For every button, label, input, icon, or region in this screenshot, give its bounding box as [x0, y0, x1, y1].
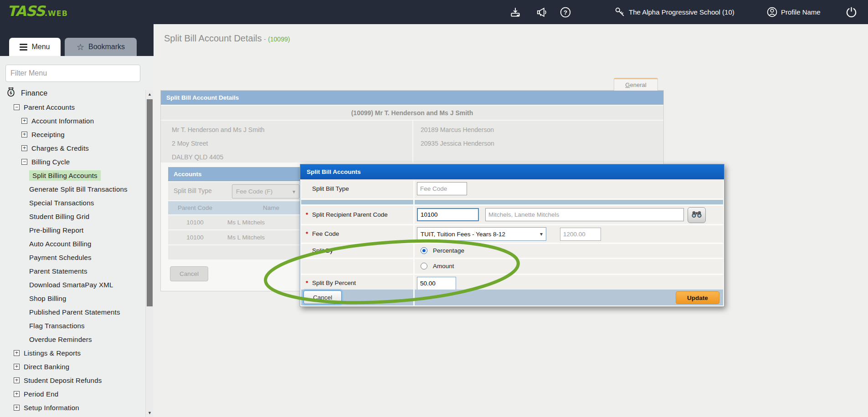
- expand-icon[interactable]: +: [14, 364, 20, 370]
- page-title-code: (10099): [268, 36, 290, 43]
- page-title: Split Bill Account Details - (10099): [164, 33, 290, 44]
- sidebar-item-setup-information[interactable]: +Setup Information: [0, 401, 145, 414]
- cancel-button-disabled[interactable]: Cancel: [170, 266, 208, 281]
- sidebar-item-label: Auto Account Billing: [29, 240, 92, 248]
- chevron-down-icon: ▾: [293, 188, 295, 195]
- required-icon: *: [306, 280, 308, 286]
- svg-text:$: $: [10, 91, 12, 95]
- announcements-button[interactable]: [536, 0, 548, 24]
- modal-split-bill-type-input[interactable]: [417, 182, 467, 195]
- split-by-percent-input[interactable]: [417, 277, 456, 290]
- expand-icon[interactable]: +: [14, 405, 20, 411]
- split-bill-type-select-disabled[interactable]: Fee Code (F) ▾: [232, 184, 299, 198]
- dialog-title-bar[interactable]: Split Bill Accounts: [300, 164, 724, 179]
- modal-split-bill-type-label: Split Bill Type: [312, 185, 349, 192]
- help-button[interactable]: ?: [560, 0, 571, 24]
- radio-option-percentage[interactable]: Percentage: [421, 247, 464, 254]
- address-line: 2 Moy Street: [172, 137, 412, 150]
- sidebar-item-label: Listings & Reports: [24, 349, 81, 357]
- radio-selected-icon: [421, 247, 427, 254]
- tab-bookmarks[interactable]: ☆ Bookmarks: [65, 38, 137, 56]
- required-icon: *: [306, 230, 308, 237]
- sidebar-item-download-smartapay-xml[interactable]: Download SmartaPay XML: [0, 278, 145, 291]
- address-line: Mr T. Henderson and Ms J Smith: [172, 123, 412, 137]
- binoculars-icon: [690, 210, 703, 220]
- sidebar-item-student-deposit-refunds[interactable]: +Student Deposit Refunds: [0, 373, 145, 387]
- sidebar-item-student-billing-grid[interactable]: Student Billing Grid: [0, 209, 145, 223]
- modal-split-by-label: Split By: [312, 247, 333, 254]
- sidebar-item-account-information[interactable]: +Account Information: [0, 114, 145, 127]
- recipient-parent-name-input[interactable]: [485, 208, 684, 221]
- scroll-up-icon[interactable]: ▲: [146, 91, 154, 98]
- sidebar-item-payment-schedules[interactable]: Payment Schedules: [0, 250, 145, 264]
- collapse-icon[interactable]: −: [21, 159, 27, 165]
- sidebar-item-label: Payment Schedules: [29, 254, 92, 261]
- sidebar-item-auto-account-billing[interactable]: Auto Account Billing: [0, 237, 145, 250]
- sidebar-item-parent-statements[interactable]: Parent Statements: [0, 264, 145, 278]
- sidebar-item-published-parent-statements[interactable]: Published Parent Statements: [0, 305, 145, 319]
- school-switcher[interactable]: The Alpha Progressive School (10): [614, 0, 734, 24]
- megaphone-icon: [536, 6, 548, 18]
- sidebar-item-shop-billing[interactable]: Shop Billing: [0, 291, 145, 305]
- radio-option-amount[interactable]: Amount: [421, 263, 454, 270]
- cell-parent-code: 10100: [168, 215, 222, 229]
- dialog-footer: Cancel Update: [301, 290, 723, 305]
- expand-icon[interactable]: +: [21, 132, 27, 137]
- page-title-text: Split Bill Account Details: [164, 33, 262, 43]
- sidebar-item-special-transactions[interactable]: Special Transactions: [0, 196, 145, 209]
- profile-menu[interactable]: Profile Name: [766, 0, 821, 24]
- modal-split-by-percent-label: Split By Percent: [312, 280, 356, 286]
- sidebar-item-pre-billing-report[interactable]: Pre-billing Report: [0, 223, 145, 237]
- key-icon: [614, 6, 626, 18]
- sidebar-item-label: Pre-billing Report: [29, 226, 83, 234]
- split-bill-type-label: Split Bill Type: [174, 187, 212, 194]
- column-header-parent-code: Parent Code: [168, 201, 222, 214]
- expand-icon[interactable]: +: [21, 118, 27, 124]
- downloads-button[interactable]: [509, 0, 521, 24]
- expand-icon[interactable]: +: [14, 350, 20, 356]
- tab-menu[interactable]: Menu: [9, 38, 61, 56]
- sidebar-item-period-end[interactable]: +Period End: [0, 387, 145, 401]
- sidebar-item-charges-credits[interactable]: +Charges & Credits: [0, 141, 145, 155]
- scroll-down-icon[interactable]: ▼: [146, 409, 154, 417]
- update-button[interactable]: Update: [676, 291, 719, 304]
- filter-menu-input[interactable]: [5, 65, 140, 82]
- fee-amount-input[interactable]: [560, 228, 601, 241]
- scrollbar-thumb[interactable]: [147, 99, 153, 306]
- sidebar-item-label: Special Transactions: [29, 199, 94, 207]
- sidebar-item-label: Student Billing Grid: [29, 213, 89, 220]
- sidebar-item-split-billing-accounts[interactable]: Split Billing Accounts: [0, 168, 145, 182]
- sidebar-item-label: Download SmartaPay XML: [29, 281, 113, 289]
- sidebar-item-finance[interactable]: $ Finance: [0, 86, 145, 100]
- sidebar-item-label: Setup Information: [24, 404, 79, 412]
- sidebar-item-direct-banking[interactable]: +Direct Banking: [0, 360, 145, 373]
- sidebar-item-label: Shop Billing: [29, 295, 67, 302]
- sidebar-item-generate-split-bill-transactions[interactable]: Generate Split Bill Transactions: [0, 182, 145, 196]
- modal-recipient-label: Split Recipient Parent Code: [312, 211, 388, 218]
- recipient-parent-code-input[interactable]: [417, 208, 479, 221]
- sidebar-item-parent-accounts[interactable]: −Parent Accounts: [0, 100, 145, 114]
- section-separator: [301, 200, 723, 204]
- search-parent-button[interactable]: [688, 207, 706, 223]
- account-heading: (10099) Mr T. Henderson and Ms J Smith: [161, 106, 663, 120]
- tass-logo[interactable]: TASS.WEB: [7, 3, 68, 19]
- expand-icon[interactable]: +: [21, 145, 27, 151]
- top-bar: TASS.WEB ? The Alpha Progressive School: [0, 0, 868, 24]
- tab-general[interactable]: General: [614, 78, 658, 91]
- expand-icon[interactable]: +: [14, 391, 20, 397]
- sidebar-item-receipting[interactable]: +Receipting: [0, 127, 145, 141]
- menu-tree: $ Finance −Parent Accounts+Account Infor…: [0, 86, 145, 414]
- sidebar-item-listings-reports[interactable]: +Listings & Reports: [0, 346, 145, 360]
- collapse-icon[interactable]: −: [14, 104, 20, 110]
- sidebar-item-overdue-reminders[interactable]: Overdue Reminders: [0, 332, 145, 346]
- sidebar-item-flag-transactions[interactable]: Flag Transactions: [0, 319, 145, 332]
- modal-fee-code-label: Fee Code: [312, 230, 339, 237]
- sidebar-item-billing-cycle[interactable]: −Billing Cycle: [0, 155, 145, 168]
- logout-button[interactable]: [845, 0, 858, 24]
- sidebar-scrollbar[interactable]: ▲ ▼: [145, 90, 153, 417]
- cancel-button[interactable]: Cancel: [303, 290, 342, 304]
- sidebar-item-label: Finance: [21, 89, 47, 97]
- sidebar-item-label: Published Parent Statements: [29, 308, 120, 316]
- expand-icon[interactable]: +: [14, 377, 20, 383]
- fee-code-select[interactable]: TUIT, Tuition Fees - Years 8-12 ▾: [417, 227, 546, 241]
